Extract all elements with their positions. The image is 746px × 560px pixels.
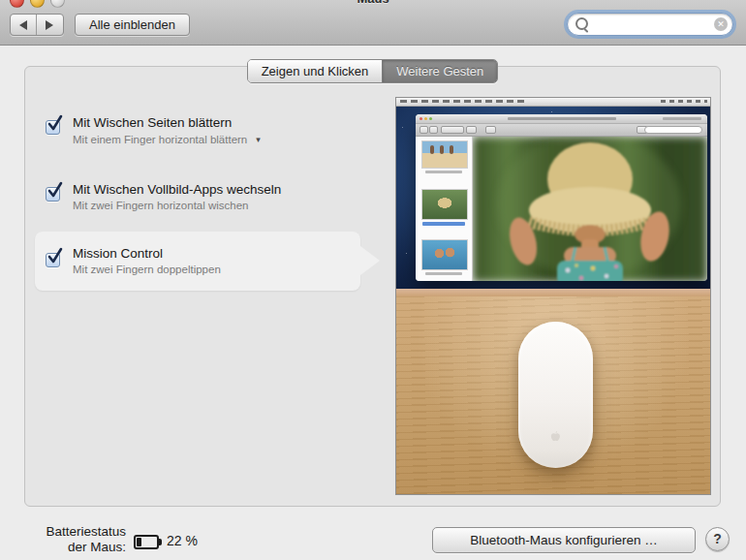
- gesture-title: Mit Wischen Seiten blättern: [73, 115, 232, 130]
- demo-minimize-icon: [424, 117, 427, 120]
- window-toolbar: Maus Alle einblenden ✕: [0, 0, 746, 46]
- demo-thumbnail-image: [421, 239, 468, 270]
- magic-mouse: [518, 322, 593, 468]
- dropdown-arrow-icon[interactable]: ▾: [256, 135, 261, 144]
- demo-window-title-right: [663, 117, 701, 120]
- search-field[interactable]: ✕: [567, 13, 733, 36]
- tab-weitere-gesten[interactable]: Weitere Gesten: [382, 60, 497, 82]
- gesture-title: Mit Wischen Vollbild-Apps wechseln: [73, 182, 281, 197]
- gesture-subtitle: Mit zwei Fingern horizontal wischen: [73, 200, 249, 211]
- back-icon: [19, 20, 27, 30]
- demo-thumbnail-sidebar: [416, 137, 473, 281]
- nav-button-group: [10, 14, 64, 36]
- gesture-row-highlight: [35, 232, 360, 291]
- gesture-subtitle: Mit einem Finger horizontal blättern▾: [73, 134, 261, 145]
- demo-window-titlebar: [416, 114, 707, 124]
- help-button[interactable]: ?: [705, 527, 730, 551]
- demo-thumbnail-caption-selected: [422, 222, 465, 226]
- demo-search-field: [644, 126, 702, 134]
- demo-back-icon: [420, 126, 428, 134]
- demo-thumbnail: [421, 239, 466, 275]
- gesture-title: Mission Control: [73, 246, 163, 261]
- demo-toolbar-button: [466, 126, 477, 134]
- demo-view-segmented-control: [441, 126, 464, 134]
- demo-thumbnail: [421, 140, 466, 173]
- demo-menu-items: [400, 100, 524, 103]
- checkmark-icon: [47, 182, 65, 200]
- forward-button[interactable]: [36, 15, 62, 35]
- demo-window-title: [508, 117, 616, 120]
- battery-value: 22 %: [167, 533, 198, 548]
- demo-main-photo: [473, 137, 707, 281]
- clear-search-icon[interactable]: ✕: [714, 17, 728, 31]
- checkmark-icon: [47, 248, 65, 265]
- checkbox-vollbild-apps[interactable]: [46, 187, 60, 202]
- demo-forward-icon: [429, 126, 438, 134]
- search-icon: [575, 17, 588, 30]
- demo-thumbnail-caption: [425, 171, 462, 173]
- demo-menubar-status-icons: [661, 100, 707, 103]
- demo-toolbar-button: [485, 126, 496, 134]
- demo-menubar: [396, 98, 710, 107]
- demo-thumbnail-selected: [421, 189, 466, 226]
- demo-photo-app-window: [416, 114, 707, 281]
- demo-thumbnail-caption: [425, 272, 462, 275]
- gesture-subtitle: Mit zwei Fingern doppeltippen: [73, 264, 221, 275]
- show-all-button[interactable]: Alle einblenden: [75, 14, 190, 36]
- forward-icon: [46, 20, 53, 30]
- demo-zoom-icon: [429, 117, 432, 120]
- back-button[interactable]: [11, 15, 36, 35]
- battery-fill: [137, 538, 141, 546]
- checkmark-icon: [47, 115, 65, 133]
- search-input[interactable]: [591, 15, 705, 33]
- battery-nub: [159, 539, 162, 545]
- tab-zeigen-und-klicken[interactable]: Zeigen und Klicken: [248, 60, 383, 82]
- checkbox-wischen-seiten[interactable]: [46, 120, 60, 135]
- demo-window-toolbar: [416, 124, 707, 137]
- wooden-desk: [396, 296, 710, 494]
- desk-edge: [396, 289, 710, 296]
- gesture-demo-video: [395, 97, 711, 495]
- battery-status-label: Batteriestatus der Maus:: [25, 524, 126, 555]
- battery-icon: [134, 535, 159, 549]
- checkbox-mission-control[interactable]: [46, 253, 60, 267]
- demo-thumbnail-image: [421, 140, 468, 169]
- tab-bar: Zeigen und Klicken Weitere Gesten: [24, 59, 721, 83]
- demo-close-icon: [420, 117, 422, 120]
- demo-screen: [396, 98, 710, 289]
- demo-thumbnail-image: [421, 189, 468, 220]
- configure-bluetooth-mouse-button[interactable]: Bluetooth-Maus konfigurieren …: [432, 527, 696, 553]
- window-title: Maus: [0, 0, 746, 6]
- apple-logo-icon: [548, 428, 563, 445]
